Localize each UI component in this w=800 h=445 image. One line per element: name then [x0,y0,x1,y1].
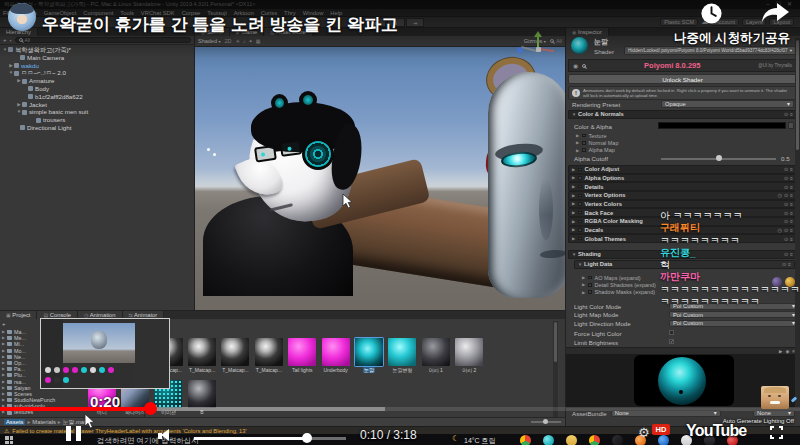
step-button[interactable]: ⇥ [406,18,424,27]
asset-thumbnail[interactable] [322,338,350,366]
settings-gear-icon[interactable]: ⚙ [638,425,650,440]
light-checkbox[interactable] [588,290,592,294]
assetbundle-variant-dropdown[interactable]: None▾ [753,410,795,417]
scene-tool-icon[interactable]: ✦ [249,38,253,44]
path-folder[interactable]: Materials [32,419,56,425]
force-light-checkbox[interactable] [669,330,674,335]
scene-tool-icon[interactable]: ☀ [236,38,240,44]
channel-avatar[interactable] [8,3,36,31]
section-checkbox[interactable] [578,202,582,206]
taskbar-app-icon[interactable] [566,435,577,445]
scrollbar-thumb[interactable] [796,40,799,150]
volume-slider-handle[interactable] [302,433,312,443]
taskbar-app-icon[interactable] [658,435,669,445]
start-button[interactable] [5,436,13,444]
asset-item[interactable]: 눈깔변형 [386,338,419,373]
scrollbar-thumb[interactable] [554,322,557,362]
shader-section[interactable]: ▶ Vertex Options ◷⊙≡ [568,191,797,200]
asset-thumbnail[interactable] [422,338,450,366]
asset-thumbnail[interactable] [388,338,416,366]
scene-gizmo[interactable] [517,47,561,67]
weather-widget[interactable]: 14°C 흐림 [464,436,496,445]
shader-section[interactable]: ▶ Vertex Colors ⊙≡ [568,200,797,209]
asset-thumbnail[interactable] [288,338,316,366]
fullscreen-button[interactable] [770,426,783,439]
asset-thumbnail[interactable] [188,338,216,366]
limit-brightness-checkbox[interactable]: ✓ [669,339,674,344]
section-checkbox[interactable] [578,237,582,241]
hierarchy-item[interactable]: ▶ Armature [0,77,194,85]
assetbundle-dropdown[interactable]: None▾ [611,410,721,417]
volume-slider-fill[interactable] [194,437,306,440]
hierarchy-item[interactable]: b1cf2afff2d8a622 [0,93,194,101]
asset-item[interactable]: T_Matcap... [252,338,285,373]
asset-thumbnail[interactable] [455,338,483,366]
shader-section[interactable]: ▶ Alpha Options ⊙≡ [568,174,797,183]
rendering-preset-dropdown[interactable]: Opaque▾ [661,100,794,108]
shading-mode-dropdown[interactable]: Shaded ▾ [198,38,221,44]
map-checkbox[interactable] [582,148,586,152]
console-status-text[interactable]: Failed to create material drawer ThryHea… [12,428,246,434]
tab-inspector[interactable]: ◉ Inspector [566,28,609,36]
hierarchy-item[interactable]: ▼ simple basic men suit [0,108,194,116]
hierarchy-item[interactable]: ▼ ㅁㅁ~⌐..!ㅁ~ 2.0 [0,69,194,77]
hierarchy-item[interactable]: ▼ 복학생왁파고(가죽)* [0,46,194,54]
shader-dropdown[interactable]: Hidden/Locked/.poiyomi/Poiyomi 8.0/Poiyo… [624,46,796,55]
section-color-normals[interactable]: ▼Color & Normals ⊙≡ [568,110,797,119]
map-row[interactable]: ▶ Normal Map [576,139,796,146]
asset-item[interactable]: Underbody [319,338,352,373]
asset-thumbnail[interactable] [188,380,216,408]
light-mode-dropdown[interactable]: Poi Custom▾ [669,320,799,327]
unlock-shader-button[interactable]: Unlock Shader [568,74,797,84]
taskbar-app-icon[interactable] [520,435,531,445]
path-root[interactable]: Assets [4,419,25,425]
hierarchy-item[interactable]: Main Camera [0,54,194,62]
hierarchy-item[interactable]: Body [0,85,194,93]
scene-tool-icon[interactable]: ▦ [256,38,261,44]
asset-thumbnail[interactable] [355,338,383,366]
light-mode-dropdown[interactable]: Poi Custom▾ [669,311,799,318]
progress-scrubber[interactable] [144,402,157,415]
alpha-cutoff-handle[interactable] [716,155,722,161]
asset-item[interactable]: Tail lights [286,338,319,373]
create-button[interactable]: + [3,37,7,43]
share-button[interactable] [760,3,790,27]
light-checkbox[interactable] [588,276,592,280]
asset-thumbnail[interactable] [221,338,249,366]
taskbar-app-icon[interactable] [589,435,600,445]
volume-button[interactable] [158,429,174,442]
eyedropper-icon[interactable] [788,122,794,129]
light-checkbox[interactable] [588,283,592,287]
hierarchy-item[interactable]: Directional Light [0,124,194,132]
hierarchy-search-input[interactable]: All [15,37,191,43]
watch-later-button[interactable] [700,2,723,29]
shader-section[interactable]: ▶ Details ⊙≡ [568,182,797,191]
hierarchy-item[interactable]: ▶ Jacket [0,101,194,109]
section-checkbox[interactable] [578,185,582,189]
shader-section[interactable]: ▶ Color Adjust ⊙≡ [568,165,797,174]
asset-thumbnail[interactable] [255,338,283,366]
map-row[interactable]: ▶ Texture [576,132,796,139]
zoom-slider-handle[interactable] [543,419,548,424]
scene-viewport[interactable] [195,47,565,310]
settings-dot-icon[interactable]: ◉ [573,62,578,69]
taskbar-search-input[interactable]: 검색하려면 여기에 입력하십시 [97,436,199,445]
section-checkbox[interactable] [578,228,582,232]
plastic-scm-button[interactable]: Plastic SCM [660,18,698,26]
create-dropdown-icon[interactable]: ▾ [10,38,12,43]
asset-item[interactable]: 머리 2 [453,338,486,373]
hierarchy-item[interactable]: trousers [0,116,194,124]
grid-scrollbar[interactable] [553,321,558,417]
section-checkbox[interactable] [578,220,582,224]
asset-item[interactable]: 머리 1 [419,338,452,373]
taskbar-app-icon[interactable] [543,435,554,445]
project-create-button[interactable]: + [2,321,6,327]
asset-item[interactable]: T_Matcap... [219,338,252,373]
2d-toggle[interactable]: 2D [225,38,232,44]
bottom-panel-tab[interactable]: ▣ Project [0,311,37,319]
map-checkbox[interactable] [582,134,586,138]
section-checkbox[interactable] [578,168,582,172]
section-checkbox[interactable] [578,176,582,180]
taskbar-app-icon[interactable] [612,435,623,445]
shader-search-icon[interactable] [582,64,586,68]
